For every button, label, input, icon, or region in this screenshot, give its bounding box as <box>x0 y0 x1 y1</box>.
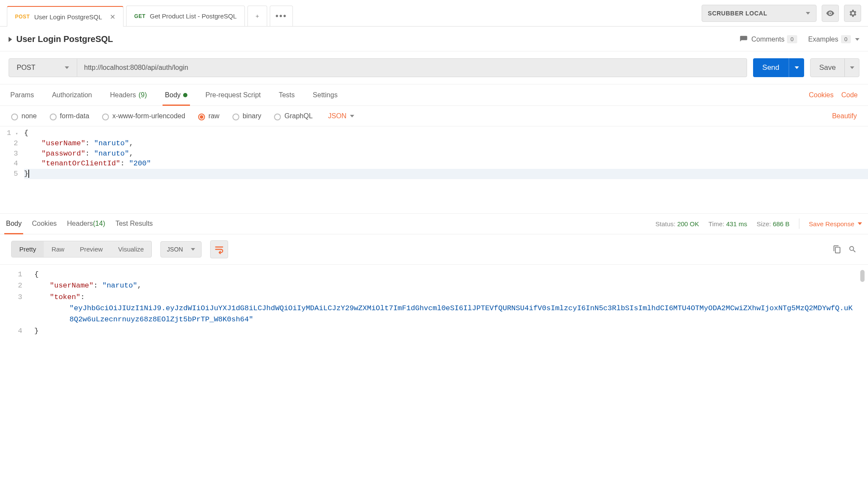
chevron-down-icon <box>65 66 69 69</box>
label: none <box>21 112 37 120</box>
tab-label: Headers <box>67 220 93 228</box>
breadcrumb[interactable]: User Login PostgreSQL <box>9 34 113 44</box>
scrollbar-thumb[interactable] <box>860 270 865 282</box>
body-type-formdata[interactable]: form-data <box>50 112 89 120</box>
caret-right-icon <box>9 37 12 42</box>
chevron-down-icon <box>795 66 799 69</box>
more-icon: ••• <box>275 11 287 21</box>
request-tab[interactable]: GET Get Product List - PostgreSQL <box>126 6 245 26</box>
response-format-select[interactable]: JSON <box>160 241 201 257</box>
response-view-segmented: Pretty Raw Preview Visualize <box>11 241 152 257</box>
comments-button[interactable]: Comments 0 <box>739 35 797 44</box>
tab-label: Body <box>6 220 21 228</box>
examples-count: 0 <box>841 35 851 43</box>
copy-response-button[interactable] <box>833 245 841 254</box>
response-tab-headers[interactable]: Headers (14) <box>67 214 105 234</box>
divider <box>799 219 799 229</box>
copy-icon <box>833 245 841 254</box>
code-line: } <box>24 169 868 179</box>
http-method-select[interactable]: POST <box>9 58 77 77</box>
size-display: Size: 686 B <box>756 220 790 228</box>
tab-body[interactable]: Body <box>165 84 187 105</box>
save-button[interactable]: Save <box>810 58 859 77</box>
radio-icon <box>50 114 57 120</box>
chevron-down-icon <box>806 12 810 15</box>
search-icon <box>848 245 857 254</box>
code-link[interactable]: Code <box>841 91 858 99</box>
chevron-down-icon <box>858 222 862 225</box>
view-visualize[interactable]: Visualize <box>111 241 152 257</box>
code-line: "password": "naruto", <box>24 149 868 159</box>
tab-label: Params <box>10 91 34 99</box>
status-display: Status: 200 OK <box>655 220 699 228</box>
search-response-button[interactable] <box>848 245 857 254</box>
environment-label: SCRUBBER LOCAL <box>708 10 767 17</box>
wrap-lines-button[interactable] <box>210 240 228 258</box>
response-tab-cookies[interactable]: Cookies <box>32 214 57 234</box>
examples-label: Examples <box>808 36 838 43</box>
code-line: "token": <box>34 292 868 303</box>
comments-label: Comments <box>751 36 784 43</box>
tab-headers[interactable]: Headers (9) <box>110 84 147 105</box>
settings-button[interactable] <box>844 5 861 22</box>
raw-format-select[interactable]: JSON <box>328 112 354 120</box>
environment-quicklook-button[interactable] <box>822 5 839 22</box>
tab-params[interactable]: Params <box>10 84 34 105</box>
time-display: Time: 431 ms <box>708 220 747 228</box>
tab-label: Get Product List - PostgreSQL <box>150 12 237 20</box>
cookies-link[interactable]: Cookies <box>809 91 834 99</box>
body-type-urlencoded[interactable]: x-www-form-urlencoded <box>102 112 185 120</box>
request-tab-active[interactable]: POST User Login PostgreSQL ✕ <box>7 6 124 27</box>
url-input[interactable]: http://localhost:8080/api/auth/login <box>77 58 747 77</box>
view-preview[interactable]: Preview <box>72 241 110 257</box>
tab-label: Body <box>165 91 181 99</box>
label: form-data <box>60 112 89 120</box>
headers-count: (9) <box>139 91 147 99</box>
save-response-label: Save Response <box>809 220 854 228</box>
tab-label: User Login PostgreSQL <box>34 13 102 21</box>
tab-label: Tests <box>279 91 295 99</box>
response-body-viewer[interactable]: 1{ 2"userName": "naruto", 3"token": "eyJ… <box>0 265 868 345</box>
beautify-button[interactable]: Beautify <box>832 112 857 120</box>
body-type-binary[interactable]: binary <box>232 112 262 120</box>
body-type-none[interactable]: none <box>11 112 37 120</box>
new-tab-button[interactable] <box>247 6 267 26</box>
chevron-down-icon <box>850 66 854 69</box>
view-pretty[interactable]: Pretty <box>12 241 44 257</box>
radio-icon <box>232 114 239 120</box>
tab-prerequest[interactable]: Pre-request Script <box>205 84 261 105</box>
close-icon[interactable]: ✕ <box>110 13 115 21</box>
code-line: } <box>34 326 868 337</box>
send-dropdown[interactable] <box>789 58 804 77</box>
chevron-down-icon <box>191 248 195 251</box>
response-format-value: JSON <box>167 246 183 253</box>
body-type-graphql[interactable]: GraphQL <box>274 112 313 120</box>
view-raw[interactable]: Raw <box>44 241 72 257</box>
examples-dropdown[interactable]: Examples 0 <box>808 35 859 43</box>
tab-tests[interactable]: Tests <box>279 84 295 105</box>
tab-authorization[interactable]: Authorization <box>52 84 92 105</box>
modified-dot-icon <box>183 93 187 97</box>
code-line: "userName": "naruto", <box>34 280 868 291</box>
code-line: "tenantOrClientId": "200" <box>24 159 868 169</box>
tab-overflow-button[interactable]: ••• <box>270 6 293 26</box>
code-line: { <box>34 269 868 280</box>
send-button[interactable]: Send <box>753 58 805 77</box>
code-line: { <box>24 128 868 138</box>
save-dropdown[interactable] <box>844 59 859 77</box>
tab-settings[interactable]: Settings <box>313 84 338 105</box>
label: binary <box>243 112 262 120</box>
method-badge-get: GET <box>134 13 145 19</box>
radio-icon <box>274 114 281 120</box>
url-value: http://localhost:8080/api/auth/login <box>84 64 188 72</box>
request-body-editor[interactable]: 1 ▾{ 2 "userName": "naruto", 3 "password… <box>0 126 868 214</box>
environment-select[interactable]: SCRUBBER LOCAL <box>702 5 817 22</box>
label: x-www-form-urlencoded <box>112 112 185 120</box>
body-type-raw[interactable]: raw <box>198 112 220 120</box>
response-tab-body[interactable]: Body <box>6 214 21 234</box>
tab-label: Pre-request Script <box>205 91 261 99</box>
method-badge-post: POST <box>15 14 30 20</box>
response-tab-testresults[interactable]: Test Results <box>115 214 153 234</box>
save-response-dropdown[interactable]: Save Response <box>809 220 862 228</box>
radio-icon <box>11 114 18 120</box>
